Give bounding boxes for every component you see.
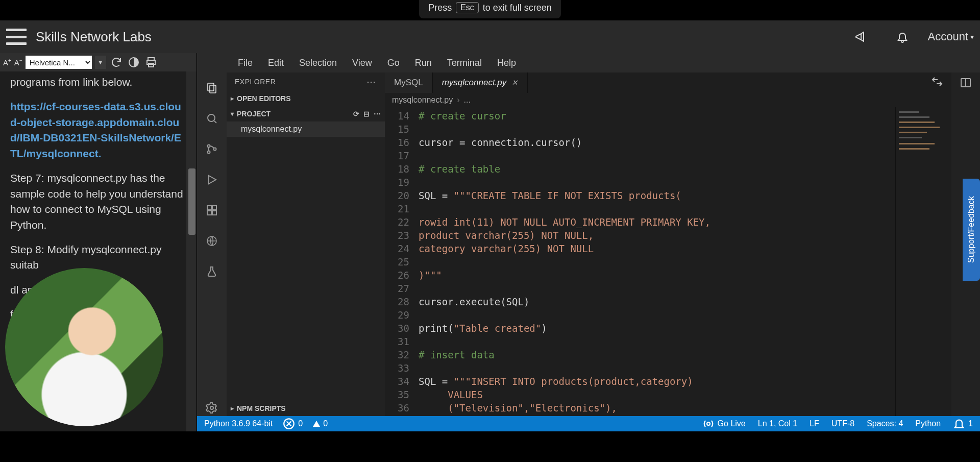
svg-point-7 <box>208 145 210 148</box>
svg-point-6 <box>208 114 215 121</box>
npm-scripts-section[interactable]: ▸ NPM SCRIPTS <box>227 401 385 416</box>
fullscreen-hint: Press Esc to exit full screen <box>419 0 561 18</box>
refresh-explorer-icon[interactable]: ⟳ <box>353 110 359 118</box>
text-smaller-button[interactable]: A− <box>14 58 22 67</box>
code-editor[interactable]: 1415161718192021222324252627282930313233… <box>385 107 951 416</box>
instructions-scrollbar[interactable] <box>186 71 197 431</box>
globe-icon[interactable] <box>204 233 220 249</box>
svg-point-15 <box>210 406 213 409</box>
breadcrumb[interactable]: mysqlconnect.py › ... <box>385 93 951 107</box>
close-icon[interactable]: ✕ <box>511 78 518 87</box>
extensions-icon[interactable] <box>204 202 220 218</box>
bell-icon[interactable] <box>892 27 913 47</box>
search-icon[interactable] <box>204 110 220 127</box>
svg-rect-11 <box>212 206 216 210</box>
tab-mysqlconnect[interactable]: mysqlconnect.py ✕ <box>433 72 528 93</box>
code-content[interactable]: # create cursor cursor = connection.curs… <box>415 107 895 416</box>
explorer-icon[interactable] <box>204 80 220 96</box>
gear-icon[interactable] <box>204 400 220 416</box>
golive-label: Go Live <box>718 419 746 428</box>
npm-scripts-label: NPM SCRIPTS <box>237 404 286 412</box>
errors-count: 0 <box>298 419 303 428</box>
split-editor-icon[interactable] <box>951 72 980 93</box>
status-notifications[interactable]: 1 <box>953 418 973 430</box>
svg-rect-10 <box>207 206 211 210</box>
svg-point-8 <box>208 151 210 154</box>
svg-rect-4 <box>208 83 214 91</box>
menu-file[interactable]: File <box>238 58 253 68</box>
refresh-icon[interactable] <box>109 56 124 69</box>
collapse-icon[interactable]: ⊟ <box>363 110 370 118</box>
support-feedback-tab[interactable]: Support/Feedback <box>963 179 980 281</box>
status-golive[interactable]: Go Live <box>702 418 746 430</box>
menu-help[interactable]: Help <box>497 58 516 68</box>
chevron-right-icon: ▸ <box>231 95 234 102</box>
project-label: PROJECT <box>237 110 271 118</box>
svg-point-18 <box>707 422 710 425</box>
editor-tabs: MySQL mysqlconnect.py ✕ <box>385 72 951 93</box>
status-language[interactable]: Python <box>915 419 941 428</box>
svg-rect-12 <box>207 211 211 215</box>
activity-bar <box>197 72 227 416</box>
font-select[interactable]: Helvetica N... <box>26 56 92 69</box>
warnings-count: 0 <box>323 419 328 428</box>
open-editors-label: OPEN EDITORS <box>237 94 291 103</box>
file-item-mysqlconnect[interactable]: mysqlconnect.py <box>227 121 385 137</box>
menu-terminal[interactable]: Terminal <box>447 58 482 68</box>
warning-icon <box>313 421 320 427</box>
esc-key: Esc <box>456 2 479 13</box>
menu-icon[interactable] <box>6 29 27 45</box>
menu-selection[interactable]: Selection <box>299 58 337 68</box>
explorer-more-icon[interactable]: ⋯ <box>366 76 377 87</box>
open-editors-section[interactable]: ▸ OPEN EDITORS <box>227 91 385 106</box>
announcement-icon[interactable] <box>850 27 871 47</box>
menu-run[interactable]: Run <box>415 58 432 68</box>
project-section[interactable]: ▾ PROJECT ⟳ ⊟ ⋯ <box>227 106 385 121</box>
clipped-text: programs from link below. <box>10 75 186 90</box>
status-python[interactable]: Python 3.6.9 64-bit <box>204 419 273 428</box>
dropdown-button[interactable]: ▼ <box>95 56 106 69</box>
tab-mysql[interactable]: MySQL <box>385 72 433 93</box>
scrollbar-thumb[interactable] <box>188 168 195 235</box>
chevron-right-icon: ▸ <box>231 405 234 412</box>
app-header: Skills Network Labs Account ▾ <box>0 20 980 53</box>
minimap[interactable] <box>895 107 951 416</box>
step7-text: Step 7: mysqlconnect.py has the sample c… <box>10 171 186 233</box>
status-spaces[interactable]: Spaces: 4 <box>867 419 903 428</box>
status-errors[interactable]: 0 <box>283 418 303 430</box>
step8-text: Step 8: Modify mysqlconnect.py suitab <box>10 242 186 273</box>
chevron-right-icon: › <box>457 95 459 105</box>
notif-count: 1 <box>968 419 973 428</box>
line-gutter: 1415161718192021222324252627282930313233… <box>385 107 415 416</box>
chevron-down-icon: ▾ <box>231 110 234 117</box>
download-link[interactable]: https://cf-courses-data.s3.us.cloud-obje… <box>10 101 181 159</box>
tab-mysql-label: MySQL <box>394 78 423 88</box>
explorer-sidebar: EXPLORER ⋯ ▸ OPEN EDITORS ▾ PROJECT ⟳ <box>227 72 385 416</box>
compare-icon[interactable] <box>931 76 943 90</box>
beaker-icon[interactable] <box>204 263 220 280</box>
status-position[interactable]: Ln 1, Col 1 <box>758 419 797 428</box>
svg-rect-13 <box>212 211 216 215</box>
explorer-title: EXPLORER <box>235 78 276 86</box>
menu-go[interactable]: Go <box>387 58 400 68</box>
menu-edit[interactable]: Edit <box>268 58 284 68</box>
source-control-icon[interactable] <box>204 141 220 157</box>
hint-pre: Press <box>428 3 452 13</box>
status-encoding[interactable]: UTF-8 <box>831 419 854 428</box>
text-larger-button[interactable]: A+ <box>3 58 11 67</box>
account-menu[interactable]: Account ▾ <box>928 30 974 43</box>
instructions-panel: A+ A− Helvetica N... ▼ <box>0 53 197 431</box>
print-icon[interactable] <box>144 56 158 69</box>
brand-title: Skills Network Labs <box>36 29 152 45</box>
run-debug-icon[interactable] <box>204 172 220 188</box>
breadcrumb-file: mysqlconnect.py <box>392 95 453 105</box>
status-bar: Python 3.6.9 64-bit 0 0 Go Live <box>197 416 980 431</box>
instructions-toolbar: A+ A− Helvetica N... ▼ <box>0 53 197 71</box>
status-eol[interactable]: LF <box>810 419 819 428</box>
ide-menubar: File Edit Selection View Go Run Terminal… <box>197 53 980 72</box>
status-warnings[interactable]: 0 <box>313 419 328 428</box>
menu-view[interactable]: View <box>352 58 372 68</box>
contrast-icon[interactable] <box>127 56 141 69</box>
more-actions-icon[interactable]: ⋯ <box>374 110 381 118</box>
account-label: Account <box>928 30 969 43</box>
